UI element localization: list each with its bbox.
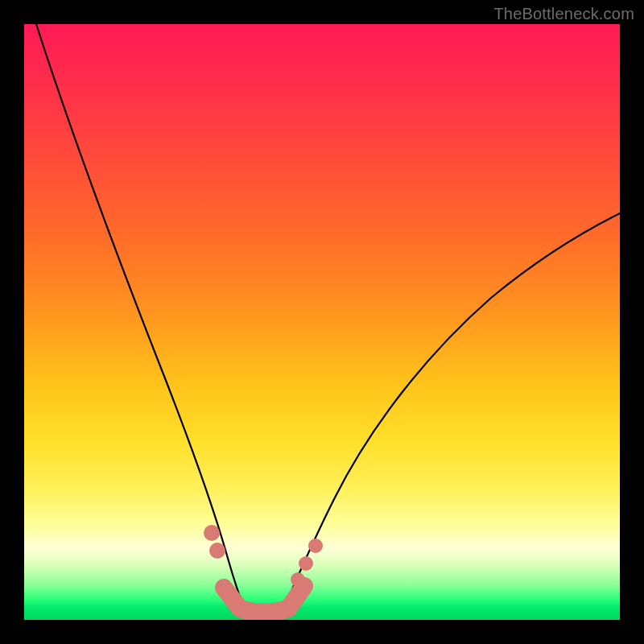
- trough-band: [224, 586, 304, 613]
- marker-left-2: [209, 543, 225, 559]
- curve-layer: [24, 24, 620, 620]
- marker-right-1: [291, 572, 305, 587]
- marker-left-1: [204, 525, 220, 541]
- watermark-text: TheBottleneck.com: [493, 5, 634, 23]
- right-curve: [280, 213, 620, 616]
- outer-frame: TheBottleneck.com: [0, 0, 644, 644]
- marker-right-3: [308, 539, 323, 553]
- plot-area: [24, 24, 620, 620]
- marker-right-2: [299, 556, 313, 571]
